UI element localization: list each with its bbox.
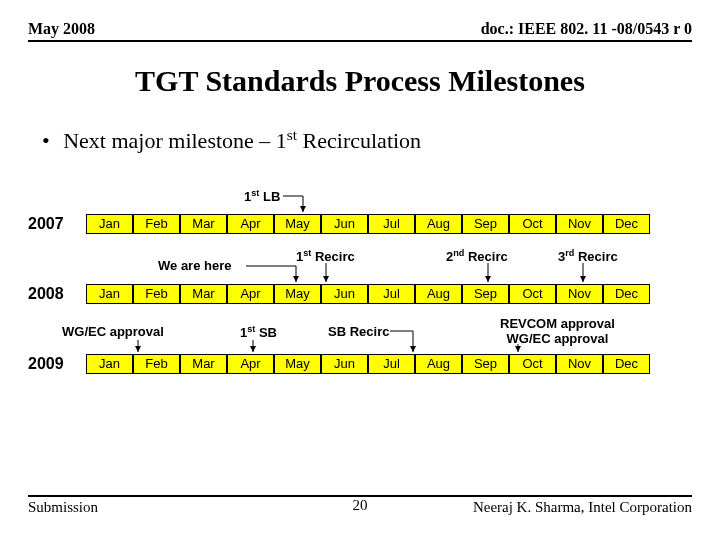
- footer-right: Neeraj K. Sharma, Intel Corporation: [473, 499, 692, 516]
- month-cell: May: [274, 354, 321, 374]
- bullet-line: • Next major milestone – 1st Recirculati…: [42, 126, 692, 154]
- row-2007: 2007 JanFebMarAprMayJunJulAugSepOctNovDe…: [28, 214, 650, 234]
- footer-left: Submission: [28, 499, 98, 516]
- month-cell: Nov: [556, 284, 603, 304]
- month-cell: Nov: [556, 354, 603, 374]
- month-cell: Jun: [321, 284, 368, 304]
- bullet-suffix: Recirculation: [297, 128, 421, 153]
- month-cell: Sep: [462, 284, 509, 304]
- bullet-dot: •: [42, 128, 50, 153]
- month-cell: Sep: [462, 354, 509, 374]
- month-cell: Oct: [509, 284, 556, 304]
- label-sb-recirc: SB Recirc: [328, 324, 389, 339]
- year-label-2008: 2008: [28, 285, 86, 303]
- month-cell: Nov: [556, 214, 603, 234]
- month-cell: Jul: [368, 214, 415, 234]
- label-2nd-recirc: 2nd Recirc: [446, 248, 508, 264]
- month-cell: Aug: [415, 354, 462, 374]
- month-cell: Apr: [227, 284, 274, 304]
- timeline-chart: 1st LB 2007 JanFebMarAprMayJunJulAugSepO…: [28, 188, 692, 428]
- footer: Submission Neeraj K. Sharma, Intel Corpo…: [28, 495, 692, 516]
- month-cell: Apr: [227, 214, 274, 234]
- month-cell: Dec: [603, 354, 650, 374]
- bullet-sup: st: [287, 126, 297, 143]
- month-cell: Oct: [509, 214, 556, 234]
- month-cell: Feb: [133, 284, 180, 304]
- month-cell: May: [274, 284, 321, 304]
- month-cell: May: [274, 214, 321, 234]
- header: May 2008 doc.: IEEE 802. 11 -08/0543 r 0: [28, 20, 692, 42]
- month-cell: Jan: [86, 284, 133, 304]
- month-cell: Jul: [368, 284, 415, 304]
- label-revcom: REVCOM approval WG/EC approval: [500, 316, 615, 346]
- month-cell: Oct: [509, 354, 556, 374]
- month-cell: Mar: [180, 354, 227, 374]
- month-cell: Feb: [133, 354, 180, 374]
- month-cell: Jul: [368, 354, 415, 374]
- row-2008: 2008 JanFebMarAprMayJunJulAugSepOctNovDe…: [28, 284, 650, 304]
- label-1st-recirc: 1st Recirc: [296, 248, 355, 264]
- header-date: May 2008: [28, 20, 95, 38]
- bullet-prefix: Next major milestone – 1: [63, 128, 287, 153]
- row-2009: 2009 JanFebMarAprMayJunJulAugSepOctNovDe…: [28, 354, 650, 374]
- month-cell: Jan: [86, 354, 133, 374]
- month-cell: Dec: [603, 284, 650, 304]
- month-cell: Jun: [321, 354, 368, 374]
- month-cell: Aug: [415, 214, 462, 234]
- month-cell: Dec: [603, 214, 650, 234]
- year-label-2009: 2009: [28, 355, 86, 373]
- label-we-are-here: We are here: [158, 258, 231, 273]
- year-label-2007: 2007: [28, 215, 86, 233]
- month-cell: Apr: [227, 354, 274, 374]
- label-3rd-recirc: 3rd Recirc: [558, 248, 618, 264]
- label-1st-sb: 1st SB: [240, 324, 277, 340]
- month-cell: Mar: [180, 214, 227, 234]
- month-cell: Aug: [415, 284, 462, 304]
- label-1st-lb: 1st LB: [244, 188, 280, 204]
- month-cell: Sep: [462, 214, 509, 234]
- page-title: TGT Standards Process Milestones: [28, 64, 692, 98]
- month-cell: Feb: [133, 214, 180, 234]
- month-cell: Jun: [321, 214, 368, 234]
- label-wgec-approval: WG/EC approval: [62, 324, 164, 339]
- month-cell: Jan: [86, 214, 133, 234]
- month-cell: Mar: [180, 284, 227, 304]
- header-doc: doc.: IEEE 802. 11 -08/0543 r 0: [481, 20, 692, 38]
